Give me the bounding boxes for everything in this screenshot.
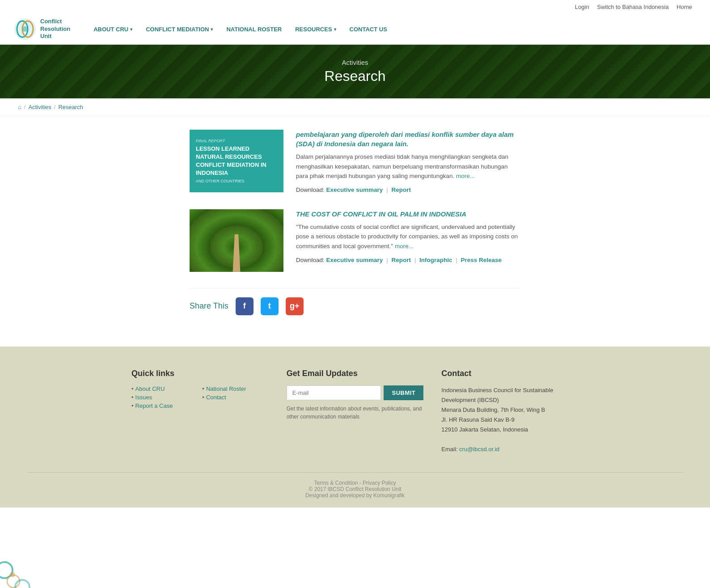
book-subtitle: AND OTHER COUNTRIES	[196, 179, 277, 183]
hero-title: Research	[325, 68, 386, 85]
share-section: Share This f t g+	[190, 288, 520, 329]
main-content: FINAL REPORT LESSON LEARNED NATURAL RESO…	[181, 130, 529, 329]
switch-lang-link[interactable]: Switch to Bahasa Indonesia	[597, 4, 668, 10]
quick-link-about-cru[interactable]: About CRU	[131, 385, 198, 392]
share-label: Share This	[190, 301, 228, 311]
quick-links-heading: Quick links	[131, 369, 269, 378]
quick-links-grid: About CRU National Roster Issues Contact…	[131, 385, 269, 409]
footer: Quick links About CRU National Roster Is…	[0, 347, 710, 508]
download-line-1: Download: Executive summary | Report	[296, 186, 520, 193]
share-facebook-button[interactable]: f	[236, 297, 254, 315]
download-line-2: Download: Executive summary | Report | I…	[296, 257, 520, 263]
share-google-plus-button[interactable]: g+	[286, 297, 304, 315]
article-body-2: THE COST OF CONFLICT IN OIL PALM IN INDO…	[296, 209, 520, 263]
home-icon: ⌂	[18, 104, 21, 110]
footer-email-updates: Get Email Updates SUBMIT Get the latest …	[287, 369, 424, 455]
download-exec-summary-1[interactable]: Executive summary	[326, 186, 383, 193]
contact-address1: Menara Duta Building, 7th Floor, Wing B	[441, 405, 579, 415]
hero-subtitle: Activities	[325, 59, 386, 66]
nav-resources[interactable]: RESOURCES	[290, 22, 341, 36]
top-bar-links: Login Switch to Bahasa Indonesia Home	[569, 4, 692, 10]
footer-bottom: Terms & Condition - Privacy Policy © 201…	[27, 472, 683, 499]
breadcrumb-sep-1: /	[24, 104, 26, 110]
footer-legal-links: Terms & Condition - Privacy Policy	[27, 480, 683, 486]
top-bar: Login Switch to Bahasa Indonesia Home	[0, 0, 710, 14]
submit-button[interactable]: SUBMIT	[384, 385, 423, 400]
article-card-1: FINAL REPORT LESSON LEARNED NATURAL RESO…	[190, 130, 520, 193]
hero-inner: Activities Research	[325, 59, 386, 85]
hero-banner: Activities Research	[0, 45, 710, 98]
terms-link[interactable]: Terms & Condition	[314, 480, 358, 486]
email-form: SUBMIT	[287, 385, 424, 400]
download-report-1[interactable]: Report	[391, 186, 411, 193]
contact-heading: Contact	[441, 369, 579, 378]
contact-address2: Jl. HR Rasuna Said Kav B-9	[441, 415, 579, 425]
footer-copyright: © 2017 IBCSD Conflict Resolution Unit	[27, 486, 683, 492]
breadcrumb-research[interactable]: Research	[58, 104, 83, 110]
footer-dev-credit: Designed and developed by Komunigrafik	[27, 492, 683, 499]
contact-email-line: Email: cru@ibcsd.or.id	[441, 444, 579, 454]
footer-contact: Contact Indonesia Business Council for S…	[441, 369, 579, 455]
email-updates-heading: Get Email Updates	[287, 369, 424, 378]
breadcrumb-activities[interactable]: Activities	[28, 104, 51, 110]
nav-conflict-mediation[interactable]: CONFLICT MEDIATION	[140, 22, 218, 36]
article-desc-1: Dalam perjalanannya proses mediasi tidak…	[296, 152, 520, 181]
article-more-2[interactable]: more...	[395, 243, 414, 250]
book-title: LESSON LEARNED NATURAL RESOURCES CONFLIC…	[196, 145, 277, 178]
privacy-link[interactable]: Privacy Policy	[363, 480, 396, 486]
header: Conflict Resolution Unit ABOUT CRU CONFL…	[0, 14, 710, 45]
article-title-1[interactable]: pembelajaran yang diperoleh dari mediasi…	[296, 131, 514, 148]
article-card-2: THE COST OF CONFLICT IN OIL PALM IN INDO…	[190, 209, 520, 272]
breadcrumb-home[interactable]: ⌂	[18, 104, 21, 110]
download-infographic[interactable]: Infographic	[419, 257, 452, 263]
nav-national-roster[interactable]: NATIONAL ROSTER	[221, 22, 287, 36]
logo[interactable]: Conflict Resolution Unit	[13, 17, 70, 41]
article-more-1[interactable]: more...	[456, 173, 475, 179]
contact-text: Indonesia Business Council for Sustainab…	[441, 385, 579, 455]
article-desc-2: "The cumulative costs of social conflict…	[296, 222, 520, 251]
breadcrumb-sep-2: /	[54, 104, 56, 110]
download-exec-summary-2[interactable]: Executive summary	[326, 257, 383, 263]
share-twitter-button[interactable]: t	[261, 297, 279, 315]
quick-link-contact[interactable]: Contact	[202, 394, 268, 401]
article-title-2[interactable]: THE COST OF CONFLICT IN OIL PALM IN INDO…	[296, 210, 466, 218]
email-desc: Get the latest information about events,…	[287, 405, 424, 421]
logo-text: Conflict Resolution Unit	[40, 18, 70, 41]
footer-grid: Quick links About CRU National Roster Is…	[131, 369, 579, 455]
contact-email-link[interactable]: cru@ibcsd.or.id	[459, 446, 499, 453]
article-image-1: FINAL REPORT LESSON LEARNED NATURAL RESO…	[190, 130, 283, 192]
quick-link-issues[interactable]: Issues	[131, 394, 198, 401]
nav-contact-us[interactable]: CONTACT US	[344, 22, 393, 36]
svg-point-3	[22, 26, 28, 32]
breadcrumb: ⌂ / Activities / Research	[0, 98, 710, 116]
contact-org: Indonesia Business Council for Sustainab…	[441, 385, 579, 405]
logo-icon	[13, 17, 37, 41]
contact-address3: 12910 Jakarta Selatan, Indonesia	[441, 425, 579, 435]
article-image-2	[190, 209, 283, 272]
quick-link-report-case[interactable]: Report a Case	[131, 402, 198, 409]
login-link[interactable]: Login	[575, 4, 589, 10]
main-nav: ABOUT CRU CONFLICT MEDIATION NATIONAL RO…	[88, 22, 393, 36]
footer-quick-links: Quick links About CRU National Roster Is…	[131, 369, 269, 455]
nav-about-cru[interactable]: ABOUT CRU	[88, 22, 138, 36]
book-tag: FINAL REPORT	[196, 139, 277, 143]
download-press-release[interactable]: Press Release	[461, 257, 502, 263]
home-link[interactable]: Home	[676, 4, 692, 10]
article-body-1: pembelajaran yang diperoleh dari mediasi…	[296, 130, 520, 193]
email-input[interactable]	[287, 385, 381, 400]
download-report-2[interactable]: Report	[391, 257, 411, 263]
quick-link-national-roster[interactable]: National Roster	[202, 385, 268, 392]
